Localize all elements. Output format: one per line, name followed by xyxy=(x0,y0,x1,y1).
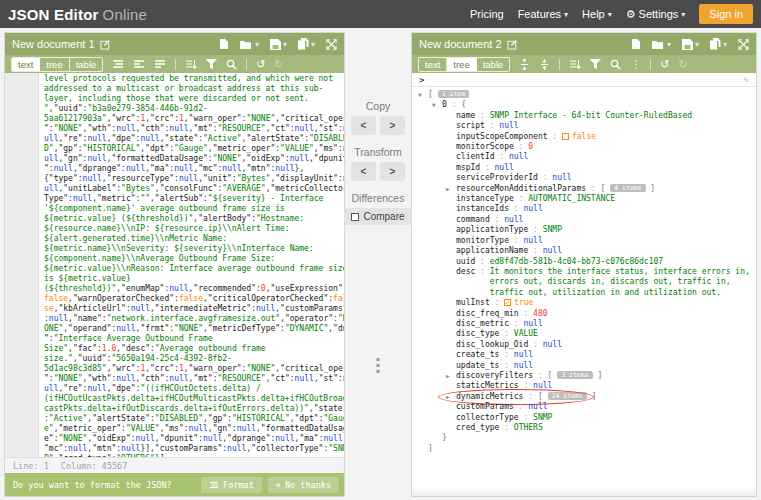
left-status-bar: Line: 1 Column: 45567 xyxy=(5,457,344,473)
tree-row-customParams[interactable]: customParams : null xyxy=(412,402,756,412)
tree-row-dynamicMetrics[interactable]: ▶dynamicMetrics : [ 24 items ] xyxy=(412,392,756,402)
tree-row-instanceType[interactable]: instanceType : AUTOMATIC_INSTANCE xyxy=(412,194,756,204)
undo-icon[interactable]: ↺ xyxy=(256,59,265,70)
json-text-content[interactable]: level protocols requested be transmitted… xyxy=(44,74,344,457)
tree-row-applicationType[interactable]: applicationType : SNMP xyxy=(412,225,756,235)
search-icon[interactable] xyxy=(610,59,621,70)
tree-row[interactable]: } xyxy=(412,433,756,443)
tree-value: SNMP xyxy=(533,413,552,422)
transform-filter-icon[interactable] xyxy=(590,59,601,69)
tree-row-disc_metric[interactable]: disc_metric : null xyxy=(412,319,756,329)
tree-row-uuid[interactable]: uuid : ed8f47db-581b-4c04-bb73-c076c86dc… xyxy=(412,257,756,267)
copy-left-button[interactable]: < xyxy=(351,116,376,135)
tree-row[interactable]: ▼[ 1 item xyxy=(412,90,756,100)
copy-right-button[interactable]: > xyxy=(380,116,405,135)
nav-link-pricing[interactable]: Pricing xyxy=(470,8,504,20)
search-icon[interactable] xyxy=(226,59,237,70)
nav-link-features[interactable]: Features▾ xyxy=(518,8,568,20)
tree-key: instanceIds xyxy=(456,204,509,213)
format-button[interactable]: Format xyxy=(201,477,262,493)
tree-row-clientId[interactable]: clientId : null xyxy=(412,152,756,162)
tree-row-update_ts[interactable]: update_ts : null xyxy=(412,361,756,371)
tree-row-name[interactable]: name : SNMP Interface - 64-bit Counter-R… xyxy=(412,111,756,121)
compare-button[interactable]: Compare xyxy=(344,208,411,225)
sort-icon[interactable] xyxy=(569,59,581,70)
nav-link-help[interactable]: Help▾ xyxy=(582,8,612,20)
tree-row-command[interactable]: command : null xyxy=(412,215,756,225)
json-text-editor[interactable]: level protocols requested be transmitted… xyxy=(39,73,344,457)
boolean-checkbox[interactable] xyxy=(504,299,511,306)
collapse-node-icon[interactable]: ▼ xyxy=(418,90,428,100)
tree-row-cred_type[interactable]: cred_type : OTHERS xyxy=(412,423,756,433)
open-document-icon[interactable]: ▾ xyxy=(240,39,259,50)
tree-key: disc_type xyxy=(456,329,499,338)
compare-checkbox[interactable] xyxy=(351,213,359,221)
transform-left-button[interactable]: < xyxy=(351,162,376,181)
tree-row[interactable]: ] xyxy=(412,444,756,454)
sort-icon[interactable] xyxy=(185,59,197,70)
redo-icon[interactable]: ↻ xyxy=(275,59,284,70)
left-mode-table[interactable]: table xyxy=(70,58,103,71)
tree-row-0[interactable]: ▼0 : { xyxy=(412,100,756,110)
transform-filter-icon[interactable] xyxy=(206,59,217,69)
edit-path-icon[interactable]: ✎ xyxy=(744,75,749,85)
bracket: ] xyxy=(428,444,433,453)
tree-row-applicationName[interactable]: applicationName : null xyxy=(412,246,756,256)
tree-row-instanceIds[interactable]: instanceIds : null xyxy=(412,204,756,214)
collapse-all-icon[interactable] xyxy=(539,59,550,70)
bracket: } xyxy=(442,433,447,442)
copy-document-icon[interactable]: ▾ xyxy=(710,38,727,50)
tree-row-script[interactable]: script : null xyxy=(412,121,756,131)
format-icon[interactable] xyxy=(112,59,124,69)
tree-key: instanceType xyxy=(456,194,514,203)
fullscreen-icon[interactable] xyxy=(326,39,337,50)
expand-all-icon[interactable] xyxy=(519,59,530,70)
expand-node-icon[interactable]: ▶ xyxy=(446,392,456,402)
tree-row-collectorType[interactable]: collectorType : SNMP xyxy=(412,413,756,423)
tree-key: staticMetrics xyxy=(456,381,519,390)
tree-row-staticMetrics[interactable]: staticMetrics : null xyxy=(412,381,756,391)
tree-row-monitorType[interactable]: monitorType : null xyxy=(412,236,756,246)
fullscreen-icon[interactable] xyxy=(738,39,749,50)
tree-row-discoveryFilters[interactable]: ▶discoveryFilters : [ 3 items ] xyxy=(412,371,756,381)
repair-icon[interactable] xyxy=(154,59,166,69)
compact-icon[interactable] xyxy=(133,59,145,69)
chevron-down-icon: ▾ xyxy=(608,10,612,19)
save-document-icon[interactable]: ▾ xyxy=(270,39,287,50)
no-thanks-button[interactable]: × No thanks xyxy=(268,477,339,493)
splitter-drag-handle[interactable] xyxy=(377,358,380,373)
save-document-icon[interactable]: ▾ xyxy=(682,39,699,50)
tree-row-mspId[interactable]: mspId : null xyxy=(412,163,756,173)
tree-row-inputScopeComponent[interactable]: inputScopeComponent : false xyxy=(412,132,756,142)
tree-row-resourceMonAdditionalParams[interactable]: ▶resourceMonAdditionalParams : [ 4 items… xyxy=(412,184,756,194)
boolean-checkbox[interactable] xyxy=(562,133,569,140)
tree-row-desc[interactable]: desc : It monitors the interface status,… xyxy=(412,267,756,298)
tree-row-mulInst[interactable]: mulInst : true xyxy=(412,298,756,308)
more-options-icon[interactable]: ⋮ xyxy=(630,59,641,70)
left-mode-tree[interactable]: tree xyxy=(40,58,69,71)
tree-row-disc_type[interactable]: disc_type : VALUE xyxy=(412,329,756,339)
rename-document-icon[interactable] xyxy=(507,39,518,50)
tree-row-disc_freq_min[interactable]: disc_freq_min : 480 xyxy=(412,309,756,319)
right-mode-table[interactable]: table xyxy=(477,58,510,71)
rename-document-icon[interactable] xyxy=(100,39,111,50)
tree-row-create_ts[interactable]: create_ts : null xyxy=(412,350,756,360)
nav-link-settings[interactable]: ⚙Settings▾ xyxy=(626,8,686,21)
undo-icon[interactable]: ↺ xyxy=(660,59,669,70)
sign-in-button[interactable]: Sign in xyxy=(699,4,753,24)
tree-row-monitorScope[interactable]: monitorScope : 0 xyxy=(412,142,756,152)
tree-row-serviceProviderId[interactable]: serviceProviderId : null xyxy=(412,173,756,183)
right-mode-text[interactable]: text xyxy=(419,58,447,71)
transform-right-button[interactable]: > xyxy=(380,162,405,181)
collapse-node-icon[interactable]: ▼ xyxy=(432,100,442,110)
expand-node-icon[interactable]: ▶ xyxy=(446,371,456,381)
copy-document-icon[interactable]: ▾ xyxy=(298,38,315,50)
redo-icon[interactable]: ↻ xyxy=(679,59,688,70)
new-document-icon[interactable] xyxy=(631,38,641,50)
tree-row-disc_lookup_Oid[interactable]: disc_lookup_Oid : null xyxy=(412,340,756,350)
open-document-icon[interactable]: ▾ xyxy=(652,39,671,50)
expand-node-icon[interactable]: ▶ xyxy=(446,184,456,194)
left-mode-text[interactable]: text xyxy=(12,58,40,71)
right-mode-tree[interactable]: tree xyxy=(447,58,476,71)
new-document-icon[interactable] xyxy=(219,38,229,50)
